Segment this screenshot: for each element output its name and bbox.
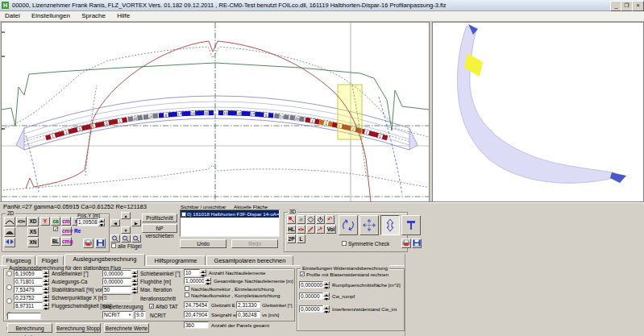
- berechnung-starten-button[interactable]: Berechnung starten: [7, 323, 52, 333]
- surface-visible-checkbox[interactable]: ✓: [181, 212, 186, 217]
- 2p-button[interactable]: 2P: [287, 234, 296, 243]
- stabilitaetsmass-input[interactable]: 7,53479: [14, 286, 43, 293]
- schiebewinkel-spinner[interactable]: [131, 270, 138, 277]
- wing-panel-chip[interactable]: 16: [185, 110, 200, 116]
- radio-stabilitaetsmass[interactable]: [6, 298, 12, 304]
- pan-right-button[interactable]: ▶: [131, 219, 141, 226]
- xd-button[interactable]: XD: [27, 217, 39, 226]
- wing-symmetry-view-button[interactable]: [4, 238, 15, 247]
- laenge-nachlauf-input[interactable]: 1,00000: [184, 277, 205, 284]
- radio-anstellwinkel[interactable]: [6, 271, 12, 276]
- wing-panel-chip[interactable]: 1: [59, 128, 74, 136]
- berechnung-stopp-button[interactable]: Berechnung Stopp: [56, 323, 101, 333]
- build-3d-button[interactable]: [401, 215, 421, 235]
- wing-panel-chip[interactable]: 25: [127, 115, 143, 122]
- tab-auslegungsberechnung[interactable]: Auslegungsberechnung: [64, 254, 145, 266]
- save-button[interactable]: [95, 239, 106, 248]
- cw-int-spinner[interactable]: [323, 305, 330, 313]
- cm-button[interactable]: cm: [61, 217, 71, 226]
- anstellwinkel-spinner[interactable]: [43, 270, 49, 277]
- move-3d-button[interactable]: [359, 215, 379, 235]
- posy-spinner[interactable]: [98, 218, 105, 226]
- cw-rumpf-input[interactable]: 0,00000: [299, 292, 323, 300]
- pan-up-button[interactable]: ▲: [121, 212, 131, 219]
- rotate-3d-button[interactable]: [339, 215, 358, 235]
- camber-line-button[interactable]: [297, 225, 305, 234]
- auslegungs-ca-input[interactable]: 0,71801: [14, 278, 43, 285]
- ca-checkbox[interactable]: ✓: [53, 226, 58, 231]
- flughoehe-input[interactable]: 0,00000: [102, 278, 131, 285]
- menu-hilfe[interactable]: Hilfe: [112, 11, 135, 19]
- ca-button[interactable]: ca: [51, 217, 60, 226]
- blasenwiderstand-checkbox[interactable]: ✓: [300, 272, 305, 276]
- auslegungs-ca-spinner[interactable]: [43, 278, 49, 285]
- surface-list-item[interactable]: ✓ 0) 161018 Halbhorten F3F-Dispar 14-oA=…: [181, 210, 279, 218]
- undo-button[interactable]: Undo: [180, 239, 226, 248]
- restore-button[interactable]: ❐: [621, 1, 633, 11]
- view-3d-panel[interactable]: [432, 22, 644, 202]
- zoom-out-button[interactable]: [121, 234, 131, 243]
- l-button[interactable]: L: [297, 234, 305, 243]
- reset-view-button[interactable]: ↶: [326, 215, 334, 224]
- pan-3d-button[interactable]: [297, 215, 305, 224]
- ncrit-value-input[interactable]: 9.0: [135, 311, 146, 319]
- menu-einstellungen[interactable]: Einstellungen: [27, 11, 75, 19]
- max-iteration-input[interactable]: 50: [102, 286, 131, 293]
- berechnete-werte-button[interactable]: Berechnete Werte: [104, 323, 149, 333]
- anstellwinkel-input[interactable]: 6,19059: [14, 270, 43, 277]
- alle-fluegel-checkbox[interactable]: [111, 243, 116, 248]
- xs-button[interactable]: XS: [27, 227, 39, 237]
- wing-filled-view-button[interactable]: [4, 227, 15, 237]
- fluggeschwindigkeit-input[interactable]: 8,97311: [14, 302, 43, 309]
- airfoil-section-button[interactable]: [16, 217, 27, 226]
- hl-button[interactable]: HL: [287, 225, 296, 234]
- wing-panel-chip[interactable]: 2: [72, 125, 87, 133]
- planform-plot-panel[interactable]: 1121312524817161515161782425111211: [1, 22, 430, 202]
- wing-panel-chip[interactable]: 8: [259, 112, 273, 118]
- anzahl-nachlauf-input[interactable]: 10: [184, 269, 200, 276]
- wing-outline-view-button[interactable]: [4, 217, 15, 226]
- laenge-nachlauf-spinner[interactable]: [205, 277, 211, 284]
- xn-button[interactable]: XN: [27, 238, 39, 247]
- menu-datei[interactable]: Datei: [0, 11, 25, 19]
- bl-button[interactable]: BL: [51, 237, 60, 246]
- arrow-red-button[interactable]: [316, 225, 325, 234]
- wing-panel-chip[interactable]: 1: [112, 118, 127, 125]
- posy-input[interactable]: 1,09508: [77, 218, 98, 226]
- alfa0-tat-checkbox[interactable]: ✓: [149, 304, 154, 309]
- zoom-in-button[interactable]: [110, 234, 120, 243]
- nachlauf-komplett-checkbox[interactable]: [185, 292, 189, 297]
- pick-point-button[interactable]: [287, 215, 296, 224]
- cw-rumpf-spinner[interactable]: [323, 292, 330, 300]
- np-verschieben-button[interactable]: NP verschieben: [142, 224, 177, 233]
- ncrit-select[interactable]: NCRIT ▼: [102, 311, 133, 319]
- pan-down-button[interactable]: ▼: [121, 226, 131, 234]
- cmv-button[interactable]: cmv: [61, 226, 72, 235]
- schwerpunktlage-spinner[interactable]: [43, 294, 49, 301]
- redo-button[interactable]: Redo: [231, 239, 278, 248]
- fluggeschwindigkeit-spinner[interactable]: [43, 302, 49, 309]
- wing-panel-chip[interactable]: 17: [172, 111, 186, 117]
- schwerpunktlage-input[interactable]: 0,23752: [14, 294, 43, 301]
- close-button[interactable]: ×: [632, 1, 644, 11]
- stabilitaetsmass-spinner[interactable]: [43, 286, 49, 293]
- cmg-button[interactable]: cmg: [61, 237, 72, 246]
- schiebewinkel-input[interactable]: 0,00000: [102, 270, 131, 277]
- print-button[interactable]: [83, 239, 93, 248]
- zoom-3d-button[interactable]: [380, 215, 400, 235]
- wing-panel-chip[interactable]: 15: [218, 110, 233, 115]
- anzahl-nachlauf-spinner[interactable]: [200, 269, 206, 276]
- panel-normal-button[interactable]: [316, 215, 325, 224]
- wing-panel-chip[interactable]: 17: [245, 111, 260, 117]
- pan-left-button[interactable]: ◀: [110, 219, 120, 226]
- flughoehe-spinner[interactable]: [131, 278, 138, 285]
- nachlauf-einzel-checkbox[interactable]: [185, 286, 189, 291]
- wing-panel-chip[interactable]: 24: [274, 114, 289, 120]
- save-3d-button[interactable]: [412, 239, 422, 248]
- surfaces-listbox[interactable]: ✓ 0) 161018 Halbhorten F3F-Dispar 14-oA=…: [180, 209, 280, 237]
- menu-sprache[interactable]: Sprache: [77, 11, 110, 19]
- profilschnitt-button[interactable]: Profilschnitt: [142, 214, 177, 222]
- panel-outline-button[interactable]: [306, 215, 315, 224]
- print-3d-button[interactable]: [401, 239, 411, 248]
- symmetrie-check-checkbox[interactable]: [342, 241, 347, 246]
